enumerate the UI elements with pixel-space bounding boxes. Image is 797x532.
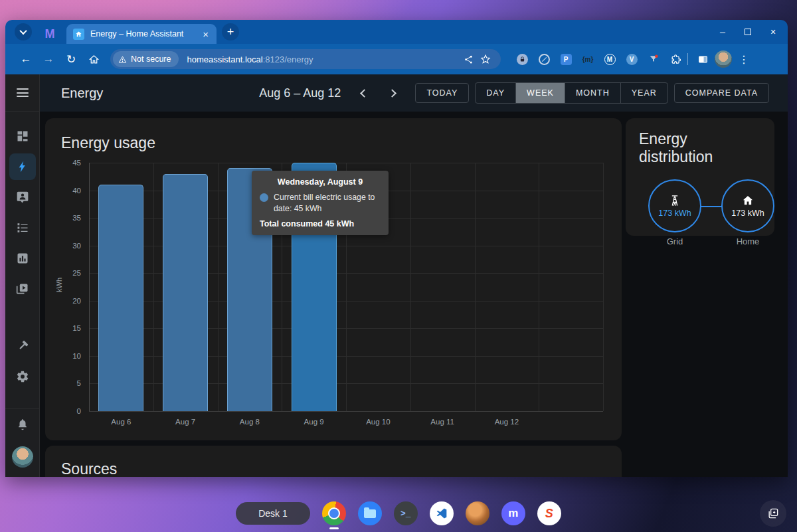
vscode-icon: [435, 507, 448, 520]
distribution-diagram: 173 kWh 173 kWh Grid Home: [639, 173, 761, 244]
desk-switcher-button[interactable]: Desk 1: [236, 502, 310, 525]
home-label: Home: [721, 236, 774, 246]
bell-icon: [16, 418, 29, 431]
day-button[interactable]: DAY: [476, 83, 515, 103]
tab-close-icon[interactable]: ×: [201, 29, 210, 40]
minimize-button[interactable]: –: [717, 27, 728, 37]
extensions-menu[interactable]: [669, 52, 682, 66]
p-icon: P: [561, 54, 572, 65]
chart-yticks: 051015202530354045: [61, 163, 85, 411]
sidebar-item-developer-tools[interactable]: [9, 331, 36, 361]
close-button[interactable]: ×: [768, 27, 778, 37]
y-tick-label: 25: [72, 269, 81, 277]
next-period-button[interactable]: [381, 82, 403, 104]
gear-icon: [16, 370, 29, 383]
series-legend-dot: [260, 193, 268, 202]
month-button[interactable]: MONTH: [565, 83, 620, 103]
forward-button[interactable]: →: [39, 49, 58, 69]
v-gridline: [218, 163, 219, 411]
page-title: Energy: [61, 86, 103, 101]
shelf-app-terminal[interactable]: >_: [394, 501, 418, 525]
shelf-app-vscode[interactable]: [430, 501, 454, 525]
today-button[interactable]: TODAY: [415, 83, 469, 103]
grid-value: 173 kWh: [658, 209, 691, 218]
address-bar[interactable]: Not secure homeassistant.local:8123/ener…: [110, 49, 501, 69]
x-tick-label: Aug 12: [495, 418, 519, 426]
sidebar-item-media[interactable]: [9, 274, 36, 304]
grid-node[interactable]: 173 kWh: [648, 179, 701, 232]
sidebar-item-overview[interactable]: [9, 121, 36, 151]
bookmark-button[interactable]: [477, 50, 494, 68]
tooltip-total: Total consumed 45 kWh: [260, 219, 381, 228]
new-tab-button[interactable]: +: [222, 23, 239, 41]
shelf-app-files[interactable]: [358, 501, 382, 525]
sidebar-item-settings[interactable]: [9, 361, 36, 392]
v-circle-icon: V: [626, 54, 638, 65]
chevron-down-icon: [19, 27, 27, 35]
s-logo-icon: S: [545, 507, 553, 521]
y-tick-label: 45: [72, 159, 81, 167]
url-path: :8123/energy: [263, 54, 313, 64]
home-value: 173 kWh: [731, 209, 764, 218]
list-icon: [16, 221, 29, 234]
shelf-app-mastodon[interactable]: m: [501, 501, 525, 525]
v-circle-extension[interactable]: V: [625, 52, 638, 66]
tab-search-button[interactable]: [15, 23, 32, 41]
date-range-label: Aug 6 – Aug 12: [259, 86, 341, 100]
y-tick-label: 20: [72, 297, 81, 305]
home-node[interactable]: 173 kWh: [721, 179, 774, 232]
media-play-icon: [16, 282, 29, 296]
browser-toolbar: ← → ↻ Not secure homeassistant.local:812…: [5, 44, 788, 74]
tab-energy-home-assistant[interactable]: Energy – Home Assistant ×: [66, 24, 217, 44]
shelf-app-pet[interactable]: [466, 501, 489, 525]
toolbar-separator: [687, 53, 688, 65]
security-chip-label: Not secure: [131, 54, 171, 64]
y-tick-label: 30: [72, 242, 81, 250]
energy-distribution-card: Energy distribution 173 kWh 173 kWh: [626, 118, 774, 236]
energy-usage-chart[interactable]: kWh 051015202530354045 Wednesday, August…: [61, 163, 610, 426]
compare-data-button[interactable]: COMPARE DATA: [674, 83, 769, 103]
share-button[interactable]: [460, 50, 477, 68]
home-icon: [88, 54, 100, 65]
p-extension[interactable]: P: [559, 52, 573, 66]
privacy-lock-extension[interactable]: [515, 52, 529, 66]
content-blocker-extension[interactable]: [537, 52, 551, 66]
sidebar-user-avatar[interactable]: [12, 446, 33, 468]
security-chip[interactable]: Not secure: [113, 51, 179, 67]
desks-overview-button[interactable]: [760, 500, 786, 527]
lightning-bolt-icon: [16, 160, 29, 173]
pinned-tab[interactable]: M: [39, 24, 61, 44]
sidebar-item-history[interactable]: [9, 243, 36, 274]
sidebar-menu-button[interactable]: [5, 74, 39, 112]
browser-profile-avatar[interactable]: [715, 50, 732, 68]
previous-period-button[interactable]: [353, 82, 375, 104]
browser-menu-button[interactable]: ⋮: [735, 53, 753, 66]
sidebar-item-energy[interactable]: [9, 153, 36, 180]
usage-bar-aug-7[interactable]: [163, 174, 208, 411]
sidebar-notifications[interactable]: [9, 409, 36, 440]
lock-icon: [517, 54, 528, 65]
url-host: homeassistant.local: [187, 54, 262, 64]
funnel-icon: [648, 54, 659, 64]
shelf: Desk 1 >_ m S: [0, 495, 797, 532]
m-circle-icon: M: [604, 54, 616, 65]
hammer-icon: [16, 339, 29, 353]
chart-plot[interactable]: Wednesday, August 9 Current bill electri…: [89, 163, 603, 411]
home-button[interactable]: [84, 49, 104, 69]
reload-button[interactable]: ↻: [61, 49, 81, 69]
sidebar-item-assist[interactable]: [9, 182, 36, 213]
shelf-app-chrome[interactable]: [322, 501, 346, 525]
shelf-app-s[interactable]: S: [537, 501, 561, 525]
m-circle-extension[interactable]: M: [603, 52, 616, 66]
sidebar-item-logbook[interactable]: [9, 213, 36, 243]
back-button[interactable]: ←: [16, 49, 36, 69]
side-panel-button[interactable]: [696, 52, 709, 66]
x-tick-label: Aug 11: [430, 418, 454, 426]
maximize-button[interactable]: [743, 27, 753, 37]
filter-extension[interactable]: [647, 52, 660, 66]
code-braces-extension[interactable]: {m}: [581, 52, 594, 66]
year-button[interactable]: YEAR: [620, 83, 667, 103]
y-tick-label: 10: [72, 352, 81, 360]
usage-bar-aug-6[interactable]: [98, 185, 143, 411]
week-button[interactable]: WEEK: [515, 83, 565, 103]
